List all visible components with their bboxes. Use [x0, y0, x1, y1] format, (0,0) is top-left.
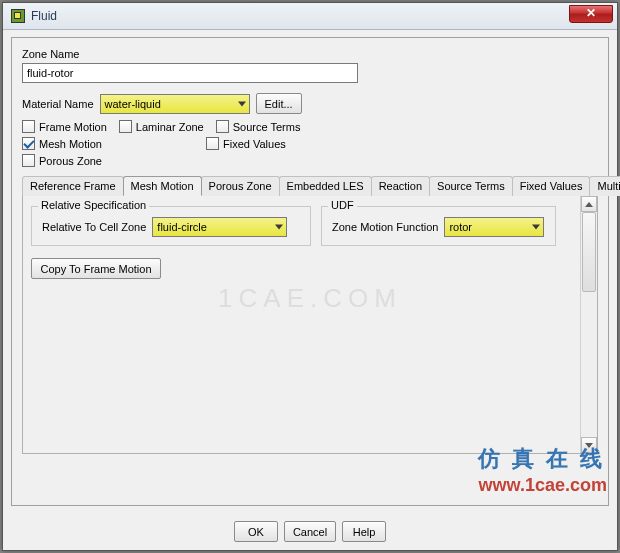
titlebar[interactable]: Fluid ✕ [3, 3, 617, 30]
zone-name-label: Zone Name [22, 48, 598, 60]
button-label: Cancel [293, 526, 327, 538]
checkbox-icon [216, 120, 229, 133]
frame-motion-checkbox[interactable]: Frame Motion [22, 120, 107, 133]
material-name-dropdown[interactable]: water-liquid [100, 94, 250, 114]
scroll-track[interactable] [581, 212, 597, 437]
tab-source-terms[interactable]: Source Terms [429, 176, 513, 196]
laminar-zone-checkbox[interactable]: Laminar Zone [119, 120, 204, 133]
vertical-scrollbar[interactable] [580, 196, 597, 453]
help-button[interactable]: Help [342, 521, 386, 542]
checkbox-label: Mesh Motion [39, 138, 102, 150]
chevron-down-icon [238, 101, 246, 106]
tab-fixed-values[interactable]: Fixed Values [512, 176, 591, 196]
tab-mesh-motion[interactable]: Mesh Motion [123, 176, 202, 196]
app-icon [11, 9, 25, 23]
group-legend: UDF [328, 199, 357, 211]
edit-button-label: Edit... [265, 98, 293, 110]
edit-material-button[interactable]: Edit... [256, 93, 302, 114]
material-name-label: Material Name [22, 98, 94, 110]
porous-zone-checkbox[interactable]: Porous Zone [22, 154, 102, 167]
ok-button[interactable]: OK [234, 521, 278, 542]
close-button[interactable]: ✕ [569, 5, 613, 23]
relative-cell-zone-dropdown[interactable]: fluid-circle [152, 217, 287, 237]
zone-motion-function-label: Zone Motion Function [332, 221, 438, 233]
chevron-down-icon [275, 225, 283, 230]
material-name-value: water-liquid [105, 98, 161, 110]
checkbox-label: Source Terms [233, 121, 301, 133]
relative-cell-zone-label: Relative To Cell Zone [42, 221, 146, 233]
scroll-down-button[interactable] [581, 437, 597, 453]
dialog-window: Fluid ✕ Zone Name Material Name water-li… [2, 2, 618, 551]
tab-multiphase[interactable]: Multiphase [589, 176, 620, 196]
group-legend: Relative Specification [38, 199, 149, 211]
checkbox-icon [206, 137, 219, 150]
fixed-values-checkbox[interactable]: Fixed Values [206, 137, 286, 150]
checkbox-icon [22, 120, 35, 133]
button-label: OK [248, 526, 264, 538]
checkbox-label: Porous Zone [39, 155, 102, 167]
cancel-button[interactable]: Cancel [284, 521, 336, 542]
udf-group: UDF Zone Motion Function rotor [321, 206, 556, 246]
chevron-down-icon [532, 225, 540, 230]
checkbox-label: Fixed Values [223, 138, 286, 150]
checkbox-icon [22, 137, 35, 150]
tab-embedded-les[interactable]: Embedded LES [279, 176, 372, 196]
copy-to-frame-motion-button[interactable]: Copy To Frame Motion [31, 258, 161, 279]
client-area: Zone Name Material Name water-liquid Edi… [11, 37, 609, 506]
tab-strip: Reference Frame Mesh Motion Porous Zone … [22, 175, 598, 196]
scroll-thumb[interactable] [582, 212, 596, 292]
dialog-button-bar: OK Cancel Help [3, 521, 617, 542]
triangle-down-icon [585, 443, 593, 448]
checkbox-icon [119, 120, 132, 133]
mesh-motion-checkbox[interactable]: Mesh Motion [22, 137, 102, 150]
mesh-motion-panel: Relative Specification Relative To Cell … [23, 196, 580, 453]
dropdown-value: fluid-circle [157, 221, 207, 233]
tab-reference-frame[interactable]: Reference Frame [22, 176, 124, 196]
button-label: Copy To Frame Motion [40, 263, 151, 275]
window-title: Fluid [31, 9, 57, 23]
zone-motion-function-dropdown[interactable]: rotor [444, 217, 544, 237]
tab-reaction[interactable]: Reaction [371, 176, 430, 196]
scroll-up-button[interactable] [581, 196, 597, 212]
tab-body: Relative Specification Relative To Cell … [22, 196, 598, 454]
source-terms-checkbox[interactable]: Source Terms [216, 120, 301, 133]
checkbox-label: Frame Motion [39, 121, 107, 133]
checkbox-label: Laminar Zone [136, 121, 204, 133]
tab-porous-zone[interactable]: Porous Zone [201, 176, 280, 196]
checkbox-icon [22, 154, 35, 167]
button-label: Help [353, 526, 376, 538]
triangle-up-icon [585, 202, 593, 207]
relative-spec-group: Relative Specification Relative To Cell … [31, 206, 311, 246]
zone-name-input[interactable] [22, 63, 358, 83]
dropdown-value: rotor [449, 221, 472, 233]
